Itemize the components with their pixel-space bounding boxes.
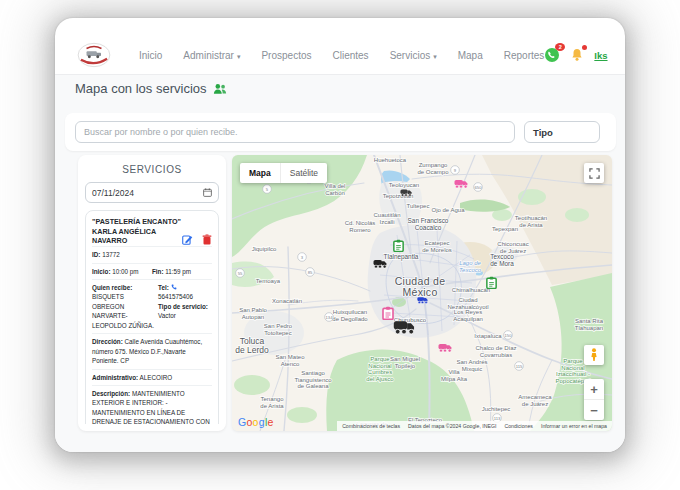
map-label: Chalco de DíazCovarrubias [475,345,516,358]
user-menu-link[interactable]: Iks [594,50,607,61]
sidebar-heading: SERVICIOS [85,164,219,175]
chevron-down-icon: ▾ [433,53,437,60]
map-marker-clipboard[interactable] [383,307,393,320]
map-label: Amecamecade Juárez [518,394,552,407]
service-recipient: BISQUETS OBREGON NARVARTE- LEOPOLDO ZÚÑI… [92,293,154,328]
calendar-icon [203,188,212,197]
service-description-row: Descripción: MANTENIMIENTO EXTERIOR E IN… [92,385,212,424]
nav-item-mapa[interactable]: Mapa [458,50,483,61]
service-time-row: Inicio: 10:00 pm Fin: 11:59 pm [92,263,212,279]
nav-item-administrar[interactable]: Administrar▾ [183,50,240,61]
company-logo[interactable] [75,41,113,69]
map-label: Chimalhuacán [452,287,490,293]
search-panel: Tipo [65,113,616,151]
service-title-line2: KARLA ANGÉLICA NAVARRO [92,227,182,246]
map-label: San PabloAutopan [239,307,267,320]
road-shield-number: 150 [505,333,513,338]
map-label: Ecatepecde Morelos [422,240,452,253]
google-logo: Google [238,416,274,428]
service-phone[interactable]: 5641575406 [158,293,193,300]
map-label: Chiconcuacde Juárez [497,241,528,254]
nav-menu: Inicio Administrar▾ Prospectos Clientes … [139,50,544,61]
date-input[interactable]: 07/11/2024 [85,182,219,203]
services-sidebar[interactable]: SERVICIOS 07/11/2024 "PASTELERÍA ENCANTO… [78,155,226,431]
map-label: Ixtapaluca [474,333,502,339]
fullscreen-button[interactable] [584,163,604,183]
nav-item-clientes[interactable]: Clientes [332,50,368,61]
bell-badge-dot [582,45,587,50]
nav-item-servicios[interactable]: Servicios▾ [390,50,437,61]
satellite-view-button[interactable]: Satélite [280,163,327,183]
nav-item-prospectos[interactable]: Prospectos [261,50,311,61]
map-label: Ojo de Agua [431,207,465,213]
map-marker-clipboard[interactable] [487,277,496,289]
service-title-line1: "PASTELERÍA ENCANTO" [92,217,182,227]
service-start-time: 10:00 pm [112,268,138,275]
map-label: Teotihuacánde Arista [515,215,547,228]
map-label: Texcocode Mora [490,253,514,267]
type-filter-select[interactable]: Tipo [524,121,600,143]
map-label: Tlalnepantla [384,253,419,261]
pegman-icon [589,348,599,362]
nav-item-reportes[interactable]: Reportes [504,50,545,61]
zoom-control: + − [584,379,604,420]
service-id: 13772 [102,251,120,258]
map-label: Tepexpan [492,226,518,232]
whatsapp-icon[interactable]: 2 [544,47,560,63]
road-shield-number: 115 [516,364,523,369]
users-icon [213,83,227,95]
navbar: Inicio Administrar▾ Prospectos Clientes … [55,36,625,75]
map-label: Tepotzotlán [383,193,414,199]
map-label: Tenangode Arista [260,396,284,409]
chevron-down-icon: ▾ [237,53,241,60]
search-input[interactable] [75,121,515,143]
map-label: Huehuetoca [374,157,407,163]
service-recipient-row: Quien recibe: BISQUETS OBREGON NARVARTE-… [92,279,212,333]
map-canvas[interactable]: HuehuetocaZumpangode OcampoVilla delCarb… [232,155,612,431]
type-filter-label: Tipo [533,127,553,138]
app-window: Inicio Administrar▾ Prospectos Clientes … [55,18,625,452]
map-label: Tultepec [407,203,430,209]
service-type: Vactor [158,312,176,319]
notifications-bell-icon[interactable] [569,47,585,63]
road-shield-number: 85 [308,270,313,275]
zoom-out-button[interactable]: − [584,400,604,420]
service-id-row: ID: 13772 [92,246,212,262]
map-label: Huixquilucande Degollado [332,309,368,322]
nav-item-inicio[interactable]: Inicio [139,50,162,61]
edit-icon[interactable] [182,234,193,245]
terms-link[interactable]: Condiciones [504,423,533,429]
map-label: Tolucade Lerdo [235,336,269,355]
pegman-button[interactable] [584,345,604,365]
phone-icon [171,284,177,290]
service-admin: ALECOIRO [140,374,173,381]
road-shield-number: 134 [326,315,334,320]
report-error-link[interactable]: Informar un error en el mapa [541,423,607,429]
map-marker-clipboard[interactable] [394,240,403,252]
map-label: Los ReyesAcaquilpan [453,309,483,322]
map-label: Villa delCarbón [325,183,346,196]
map-data-text: Datos del mapa ©2024 Google, INEGI [408,423,496,429]
map-label: Santa RitaTlahuapan [575,318,604,331]
google-map[interactable]: HuehuetocaZumpangode OcampoVilla delCarb… [232,155,612,431]
zoom-in-button[interactable]: + [584,379,604,400]
map-type-control: Mapa Satélite [240,163,327,183]
map-label: Lago deTexcoco [459,260,482,273]
map-label: San PedroTotoltepec [264,323,293,336]
service-card: "PASTELERÍA ENCANTO" KARLA ANGÉLICA NAVA… [85,210,219,424]
road-shield-number: 55 [238,271,243,276]
whatsapp-badge: 2 [555,43,565,51]
road-shield-number: 113 [494,416,501,421]
keyboard-shortcuts-link[interactable]: Combinaciones de teclas [342,423,400,429]
date-value: 07/11/2024 [92,188,134,198]
service-address-row: Dirección: Calle Avenida Cuauhtémoc, núm… [92,333,212,368]
map-label: Xonacatlán [272,298,302,304]
delete-icon[interactable] [202,234,212,245]
service-card-list[interactable]: "PASTELERÍA ENCANTO" KARLA ANGÉLICA NAVA… [85,210,219,424]
map-view-button[interactable]: Mapa [240,163,280,183]
service-admin-row: Administrativo: ALECOIRO [92,369,212,385]
road-shield-number: 650 [475,185,483,190]
page-body: Mapa con los servicios Tipo SERVICIOS 07… [55,75,625,452]
map-label: Teoloyucan [389,182,419,188]
page-title: Mapa con los servicios [75,81,207,96]
